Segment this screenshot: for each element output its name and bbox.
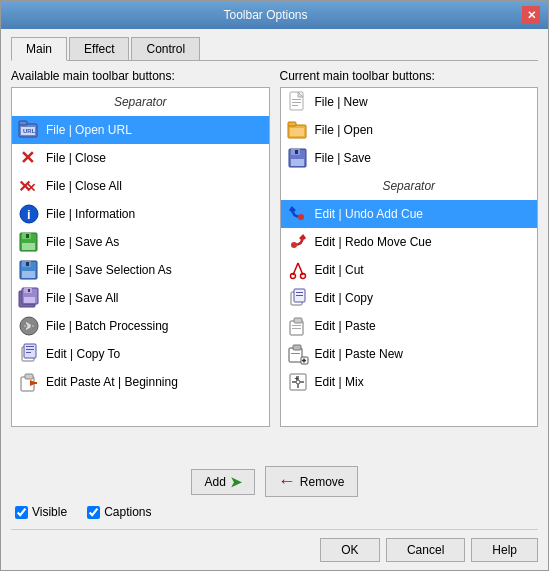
right-list[interactable]: File | New File | Open [281, 88, 538, 426]
list-item-label: Edit | Redo Move Cue [315, 235, 432, 249]
list-item[interactable]: Edit Paste At | Beginning [12, 368, 269, 396]
save-file-icon [287, 147, 309, 169]
svg-point-23 [23, 324, 27, 328]
list-item[interactable]: + Edit | Mix [281, 368, 538, 396]
left-list[interactable]: Separator URL [12, 88, 269, 426]
open-file-icon [287, 119, 309, 141]
list-item[interactable]: File | Save All [12, 284, 269, 312]
save-selection-icon [18, 259, 40, 281]
cancel-button[interactable]: Cancel [386, 538, 465, 562]
visible-checkbox[interactable] [15, 506, 28, 519]
undo-icon [287, 203, 309, 225]
list-item-label: Edit | Copy [315, 291, 373, 305]
redo-icon [287, 231, 309, 253]
svg-rect-59 [291, 353, 300, 354]
svg-text:✕: ✕ [26, 181, 36, 195]
tab-effect[interactable]: Effect [69, 37, 129, 60]
list-item[interactable]: Edit | Paste New [281, 340, 538, 368]
list-item[interactable]: Edit | Cut [281, 256, 538, 284]
list-item[interactable]: Separator [281, 172, 538, 200]
list-item[interactable]: File | Save As [12, 228, 269, 256]
window-content: Main Effect Control Available main toolb… [1, 29, 548, 570]
panels-container: Available main toolbar buttons: Separato… [11, 69, 538, 458]
svg-rect-1 [19, 121, 27, 125]
list-item[interactable]: File | Open [281, 116, 538, 144]
list-item[interactable]: i File | Information [12, 200, 269, 228]
list-item-label: File | Close [46, 151, 106, 165]
toolbar-options-window: Toolbar Options ✕ Main Effect Control Av… [0, 0, 549, 571]
list-item-label: File | Save [315, 151, 371, 165]
svg-rect-15 [22, 271, 35, 278]
close-button[interactable]: ✕ [522, 6, 540, 24]
list-item[interactable]: Edit | Redo Move Cue [281, 228, 538, 256]
list-item[interactable]: Separator [12, 88, 269, 116]
paste-beginning-icon [18, 371, 40, 393]
svg-point-44 [291, 242, 297, 248]
svg-rect-58 [293, 345, 301, 350]
list-item[interactable]: File | Save Selection As [12, 256, 269, 284]
close-icon: ✕ [18, 147, 40, 169]
help-button[interactable]: Help [471, 538, 538, 562]
dialog-buttons: OK Cancel Help [11, 529, 538, 562]
copy-icon [287, 287, 309, 309]
list-item[interactable]: ✕ ✕ File | Close All [12, 172, 269, 200]
tab-control[interactable]: Control [131, 37, 200, 60]
captions-checkbox[interactable] [87, 506, 100, 519]
cut-icon [287, 259, 309, 281]
ok-button[interactable]: OK [320, 538, 380, 562]
svg-text:+: + [294, 375, 298, 382]
list-item-label: File | Batch Processing [46, 319, 169, 333]
remove-arrow-icon: ← [278, 471, 296, 492]
list-item-label: Edit | Paste [315, 319, 376, 333]
svg-rect-27 [26, 346, 34, 347]
svg-rect-11 [22, 243, 35, 250]
left-panel: Available main toolbar buttons: Separato… [11, 69, 270, 458]
list-item[interactable]: File | Save [281, 144, 538, 172]
svg-point-43 [298, 214, 304, 220]
svg-rect-54 [294, 318, 302, 323]
list-item-label: Edit | Mix [315, 375, 364, 389]
list-item-label: File | Save Selection As [46, 263, 172, 277]
list-item-label: File | Open URL [46, 123, 132, 137]
list-item[interactable]: Edit | Undo Add Cue [281, 200, 538, 228]
bottom-area: Add ➤ ← Remove Visible Captions [11, 466, 538, 562]
list-item[interactable]: ✕ File | Close [12, 144, 269, 172]
captions-checkbox-label[interactable]: Captions [87, 505, 151, 519]
batch-icon [18, 315, 40, 337]
list-item-label: Edit | Cut [315, 263, 364, 277]
save-as-icon [18, 231, 40, 253]
list-item-label: File | Close All [46, 179, 122, 193]
left-list-container: Separator URL [11, 87, 270, 427]
list-item-label: Edit | Undo Add Cue [315, 207, 424, 221]
list-item[interactable]: Edit | Copy [281, 284, 538, 312]
copy-to-icon [18, 343, 40, 365]
list-item-label: File | Information [46, 207, 135, 221]
list-item[interactable]: URL File | Open URL [12, 116, 269, 144]
svg-rect-21 [28, 289, 30, 292]
window-title: Toolbar Options [9, 8, 522, 22]
tab-main[interactable]: Main [11, 37, 67, 61]
list-item[interactable]: File | Batch Processing [12, 312, 269, 340]
left-panel-label: Available main toolbar buttons: [11, 69, 270, 83]
list-item[interactable]: Edit | Paste [281, 312, 538, 340]
svg-rect-51 [296, 292, 303, 293]
close-all-icon: ✕ ✕ [18, 175, 40, 197]
info-icon: i [18, 203, 40, 225]
visible-checkbox-label[interactable]: Visible [15, 505, 67, 519]
svg-rect-56 [292, 328, 301, 329]
new-file-icon [287, 91, 309, 113]
svg-rect-29 [26, 352, 31, 353]
mix-icon: + [287, 371, 309, 393]
paste-new-icon [287, 343, 309, 365]
svg-rect-55 [292, 325, 301, 326]
svg-rect-35 [292, 105, 298, 106]
add-button[interactable]: Add ➤ [191, 469, 254, 495]
svg-rect-41 [291, 159, 304, 166]
list-item[interactable]: File | New [281, 88, 538, 116]
list-item-label: File | Open [315, 123, 373, 137]
list-item[interactable]: Edit | Copy To [12, 340, 269, 368]
svg-rect-31 [25, 374, 33, 379]
remove-button[interactable]: ← Remove [265, 466, 358, 497]
right-panel-label: Current main toolbar buttons: [280, 69, 539, 83]
svg-text:i: i [27, 207, 31, 222]
